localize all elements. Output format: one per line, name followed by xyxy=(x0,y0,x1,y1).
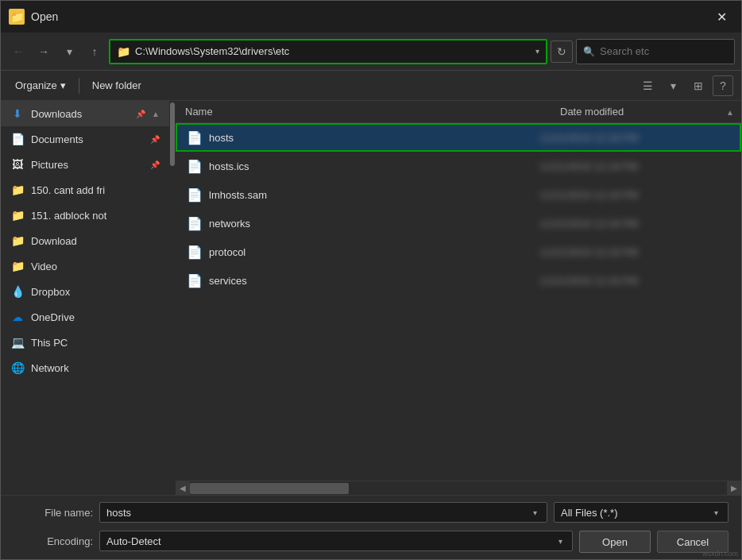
filename-input-box[interactable]: hosts ▾ xyxy=(99,502,547,523)
column-headers: ▲ Name Date modified xyxy=(176,101,741,123)
sidebar-item-label: Download xyxy=(31,235,160,247)
sidebar-item-label: This PC xyxy=(31,337,160,349)
address-path: C:\Windows\System32\drivers\etc xyxy=(135,45,531,57)
sidebar-item-150[interactable]: 📁 150. cant add fri xyxy=(1,177,169,203)
filename-label: File name: xyxy=(14,507,93,519)
organize-button[interactable]: Organize ▾ xyxy=(9,75,72,96)
file-row-hosts[interactable]: 📄 hosts 11/21/2019 12:18 PM xyxy=(176,123,741,152)
horizontal-scrollbar: ◀ ▶ xyxy=(176,481,741,495)
sidebar-item-downloads[interactable]: ⬇ Downloads 📌 ▲ xyxy=(1,101,169,126)
search-box[interactable]: 🔍 xyxy=(576,39,735,64)
folder-icon: 📁 xyxy=(10,234,25,247)
new-folder-button[interactable]: New folder xyxy=(86,75,148,96)
onedrive-icon: ☁ xyxy=(10,311,25,323)
hscroll-track[interactable] xyxy=(190,481,727,496)
file-row-lmhosts[interactable]: 📄 lmhosts.sam 11/21/2019 12:18 PM xyxy=(176,180,741,209)
title-bar: 📁 Open ✕ xyxy=(1,1,741,33)
filename-dropdown-button[interactable]: ▾ xyxy=(530,508,540,517)
file-name: protocol xyxy=(209,246,533,258)
bottom-bar: File name: hosts ▾ All Files (*.*) ▾ Enc… xyxy=(1,495,741,559)
encoding-dropdown-button[interactable]: ▾ xyxy=(555,537,566,546)
organize-label: Organize xyxy=(15,79,57,91)
col-name-header: Name xyxy=(176,106,551,118)
sidebar-item-dropbox[interactable]: 💧 Dropbox xyxy=(1,279,169,304)
folder-icon: 📁 xyxy=(10,260,25,272)
encoding-select-box[interactable]: Auto-Detect ▾ xyxy=(99,531,573,551)
sidebar-item-label: Pictures xyxy=(31,159,144,171)
sidebar-item-pictures[interactable]: 🖼 Pictures 📌 xyxy=(1,152,169,177)
dropbox-icon: 💧 xyxy=(10,285,25,298)
documents-icon: 📄 xyxy=(10,133,25,145)
help-button[interactable]: ? xyxy=(713,75,733,96)
file-date: 11/21/2019 12:18 PM xyxy=(539,160,730,172)
file-date: 11/21/2019 12:18 PM xyxy=(539,246,730,258)
hscroll-left-button[interactable]: ◀ xyxy=(176,481,190,496)
file-name: services xyxy=(209,275,533,287)
file-name: networks xyxy=(209,218,533,230)
sidebar-scrollbar[interactable] xyxy=(169,101,176,495)
sidebar-item-video[interactable]: 📁 Video xyxy=(1,253,169,279)
scroll-up-icon[interactable]: ▲ xyxy=(152,110,160,118)
pin-icon: 📌 xyxy=(136,110,145,118)
sidebar-item-label: Documents xyxy=(31,133,144,145)
sidebar-item-label: Downloads xyxy=(31,108,129,120)
forward-button[interactable]: → xyxy=(33,41,55,63)
sidebar-item-network[interactable]: 🌐 Network xyxy=(1,355,169,380)
title-bar-left: 📁 Open xyxy=(9,9,58,25)
filename-row: File name: hosts ▾ All Files (*.*) ▾ xyxy=(14,502,728,523)
sidebar-item-label: Dropbox xyxy=(31,286,160,298)
sidebar-item-label: OneDrive xyxy=(31,311,160,323)
downloads-icon: ⬇ xyxy=(10,107,25,120)
col-up-button[interactable]: ▲ xyxy=(719,101,741,123)
up-button[interactable]: ↑ xyxy=(83,41,106,63)
encoding-select-text: Auto-Detect xyxy=(106,535,555,547)
file-row-protocol[interactable]: 📄 protocol 11/21/2019 12:18 PM xyxy=(176,238,741,266)
file-row-hosts-ics[interactable]: 📄 hosts.ics 11/21/2019 12:18 PM xyxy=(176,152,741,180)
dropdown-button[interactable]: ▾ xyxy=(58,41,80,63)
file-name: hosts.ics xyxy=(209,160,533,172)
filetype-dropdown-button[interactable]: ▾ xyxy=(711,508,721,517)
network-icon: 🌐 xyxy=(10,361,25,374)
file-icon: 📄 xyxy=(187,216,203,231)
file-row-services[interactable]: 📄 services 11/21/2019 12:18 PM xyxy=(176,266,741,295)
back-button[interactable]: ← xyxy=(7,41,29,63)
open-button[interactable]: Open xyxy=(579,531,651,553)
file-icon: 📄 xyxy=(187,273,203,288)
hscroll-right-button[interactable]: ▶ xyxy=(727,481,741,496)
title-icon: 📁 xyxy=(9,9,25,25)
filetype-select-box[interactable]: All Files (*.*) ▾ xyxy=(554,502,728,523)
close-button[interactable]: ✕ xyxy=(709,5,733,29)
address-dropdown-button[interactable]: ▾ xyxy=(535,47,539,56)
file-date: 11/21/2019 12:18 PM xyxy=(539,275,730,287)
file-row-networks[interactable]: 📄 networks 11/21/2019 12:18 PM xyxy=(176,209,741,238)
sidebar-item-label: 150. cant add fri xyxy=(31,184,160,196)
pictures-icon: 🖼 xyxy=(10,158,25,171)
file-date: 11/21/2019 12:18 PM xyxy=(539,132,730,144)
sidebar-item-documents[interactable]: 📄 Documents 📌 xyxy=(1,126,169,152)
sidebar-item-151[interactable]: 📁 151. adblock not xyxy=(1,203,169,228)
organize-dropdown-icon: ▾ xyxy=(60,79,66,91)
thispc-icon: 💻 xyxy=(10,336,25,349)
sidebar-item-thispc[interactable]: 💻 This PC xyxy=(1,330,169,355)
toolbar-right: ☰ ▾ ⊞ ? xyxy=(636,75,733,96)
address-box[interactable]: 📁 C:\Windows\System32\drivers\etc ▾ xyxy=(109,39,547,64)
refresh-button[interactable]: ↻ xyxy=(551,41,573,63)
encoding-label: Encoding: xyxy=(14,535,93,547)
toolbar-separator xyxy=(79,78,79,94)
folder-icon: 📁 xyxy=(10,183,25,196)
toolbar: Organize ▾ New folder ☰ ▾ ⊞ ? xyxy=(1,71,741,101)
sidebar-item-onedrive[interactable]: ☁ OneDrive xyxy=(1,304,169,330)
view-dropdown-button[interactable]: ▾ xyxy=(662,75,684,96)
file-name: hosts xyxy=(209,132,533,144)
folder-icon: 📁 xyxy=(10,209,25,222)
file-date: 11/21/2019 12:18 PM xyxy=(539,189,730,201)
sidebar-item-download[interactable]: 📁 Download xyxy=(1,228,169,253)
view-tiles-button[interactable]: ⊞ xyxy=(687,75,709,96)
search-input[interactable] xyxy=(600,45,728,57)
file-icon: 📄 xyxy=(187,130,203,145)
file-name: lmhosts.sam xyxy=(209,189,533,201)
view-list-button[interactable]: ☰ xyxy=(636,75,659,96)
sidebar-scrollbar-thumb xyxy=(170,102,175,166)
sidebar-item-label: Network xyxy=(31,362,160,374)
watermark: wsxdn.com xyxy=(702,550,738,558)
